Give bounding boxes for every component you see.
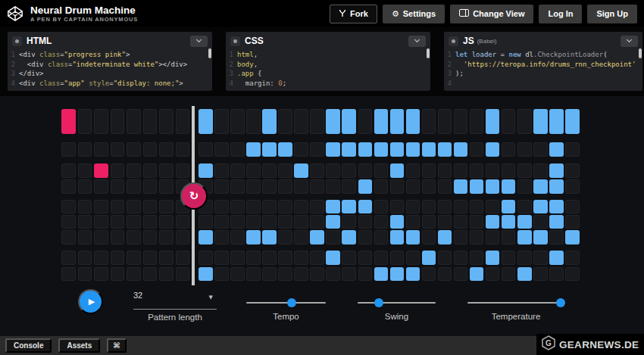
grid-cell-r3-c7[interactable] [159, 163, 174, 178]
grid-cell-r1-c24[interactable] [438, 109, 452, 134]
dropdown-caret-icon[interactable]: ▼ [209, 294, 213, 301]
editor-settings-icon[interactable] [449, 36, 458, 46]
grid-cell-r8-c21[interactable] [390, 251, 405, 265]
grid-cell-r8-c2[interactable] [78, 251, 92, 265]
grid-cell-r1-c25[interactable] [454, 109, 468, 134]
grid-cell-r9-c8[interactable] [176, 267, 190, 281]
grid-cell-r7-c9[interactable] [199, 230, 213, 244]
grid-cell-r6-c27[interactable] [486, 215, 500, 229]
grid-cell-r8-c13[interactable] [262, 251, 277, 265]
grid-cell-r7-c29[interactable] [517, 230, 532, 244]
grid-cell-r8-c31[interactable] [549, 251, 564, 265]
html-code-area[interactable]: 1234 <div class="progress pink"> <div cl… [8, 48, 212, 88]
code-line[interactable]: <div class="indeterminate white"></div> [19, 60, 187, 70]
grid-cell-r5-c7[interactable] [159, 200, 174, 213]
grid-cell-r7-c7[interactable] [159, 230, 174, 244]
grid-cell-r3-c11[interactable] [230, 163, 245, 178]
slider-thumb[interactable] [287, 298, 296, 307]
grid-cell-r9-c29[interactable] [517, 267, 532, 281]
change-view-button[interactable]: Change View [450, 5, 533, 23]
grid-cell-r9-c11[interactable] [230, 267, 245, 281]
grid-cell-r5-c13[interactable] [262, 200, 277, 213]
grid-cell-r1-c32[interactable] [565, 109, 580, 134]
grid-cell-r6-c26[interactable] [470, 215, 484, 229]
grid-cell-r7-c30[interactable] [533, 230, 548, 244]
grid-cell-r8-c29[interactable] [517, 251, 532, 265]
editor-settings-icon[interactable] [12, 36, 22, 46]
grid-cell-r3-c25[interactable] [454, 163, 468, 178]
grid-cell-r4-c31[interactable] [549, 179, 564, 194]
grid-cell-r3-c20[interactable] [374, 163, 389, 178]
code-lines[interactable]: let loader = new dl.CheckpointLoader( 'h… [455, 50, 636, 88]
grid-cell-r4-c27[interactable] [486, 179, 500, 194]
grid-cell-r6-c7[interactable] [159, 215, 174, 229]
grid-cell-r8-c32[interactable] [565, 251, 580, 265]
grid-cell-r4-c15[interactable] [294, 179, 308, 194]
editor-settings-icon[interactable] [230, 36, 240, 46]
grid-cell-r3-c23[interactable] [422, 163, 436, 178]
grid-cell-r1-c7[interactable] [159, 109, 174, 134]
grid-cell-r8-c14[interactable] [278, 251, 292, 265]
grid-cell-r9-c10[interactable] [214, 267, 229, 281]
grid-cell-r9-c30[interactable] [533, 267, 548, 281]
grid-cell-r4-c29[interactable] [517, 179, 532, 194]
slider-track[interactable] [246, 302, 326, 304]
grid-cell-r1-c20[interactable] [374, 109, 389, 134]
grid-cell-r2-c22[interactable] [406, 142, 420, 157]
grid-cell-r7-c1[interactable] [61, 230, 76, 244]
grid-cell-r6-c32[interactable] [565, 215, 580, 229]
grid-cell-r8-c16[interactable] [310, 251, 324, 265]
grid-cell-r7-c3[interactable] [94, 230, 108, 244]
grid-cell-r5-c22[interactable] [406, 200, 420, 213]
code-line[interactable]: ); [455, 69, 636, 79]
grid-cell-r1-c29[interactable] [517, 109, 532, 134]
grid-cell-r1-c4[interactable] [111, 109, 125, 134]
grid-cell-r5-c6[interactable] [143, 200, 158, 213]
grid-cell-r3-c21[interactable] [390, 163, 405, 178]
grid-cell-r3-c18[interactable] [342, 163, 356, 178]
grid-cell-r9-c12[interactable] [246, 267, 261, 281]
grid-cell-r9-c6[interactable] [143, 267, 158, 281]
grid-cell-r2-c14[interactable] [278, 142, 292, 157]
grid-cell-r7-c20[interactable] [374, 230, 389, 244]
grid-cell-r4-c23[interactable] [422, 179, 436, 194]
grid-cell-r9-c4[interactable] [111, 267, 125, 281]
grid-cell-r2-c6[interactable] [143, 142, 158, 157]
grid-cell-r2-c24[interactable] [438, 142, 452, 157]
grid-cell-r7-c13[interactable] [262, 230, 277, 244]
grid-cell-r5-c32[interactable] [565, 200, 580, 213]
grid-cell-r1-c6[interactable] [143, 109, 158, 134]
slider-thumb[interactable] [374, 298, 383, 307]
grid-cell-r6-c19[interactable] [358, 215, 373, 229]
grid-cell-r1-c15[interactable] [294, 109, 308, 134]
grid-cell-r8-c30[interactable] [533, 251, 548, 265]
grid-cell-r7-c4[interactable] [111, 230, 125, 244]
grid-cell-r1-c5[interactable] [127, 109, 141, 134]
grid-cell-r4-c21[interactable] [390, 179, 405, 194]
grid-cell-r1-c9[interactable] [199, 109, 213, 134]
grid-cell-r3-c2[interactable] [78, 163, 92, 178]
grid-cell-r6-c5[interactable] [127, 215, 141, 229]
grid-cell-r8-c18[interactable] [342, 251, 356, 265]
grid-cell-r7-c26[interactable] [470, 230, 484, 244]
grid-cell-r7-c27[interactable] [486, 230, 500, 244]
grid-cell-r6-c18[interactable] [342, 215, 356, 229]
css-code-area[interactable]: 1234 html,body,.app { margin: 0; [226, 48, 430, 88]
grid-cell-r8-c28[interactable] [502, 251, 516, 265]
grid-cell-r6-c22[interactable] [406, 215, 420, 229]
grid-cell-r9-c19[interactable] [358, 267, 373, 281]
grid-cell-r8-c20[interactable] [374, 251, 389, 265]
grid-cell-r5-c12[interactable] [246, 200, 261, 213]
grid-cell-r1-c3[interactable] [94, 109, 108, 134]
code-line[interactable]: <div class="progress pink"> [19, 50, 187, 60]
grid-cell-r1-c17[interactable] [326, 109, 340, 134]
code-lines[interactable]: <div class="progress pink"> <div class="… [19, 50, 187, 88]
sign-up-button[interactable]: Sign Up [587, 5, 637, 23]
grid-cell-r9-c25[interactable] [454, 267, 468, 281]
code-line[interactable]: .app { [237, 69, 286, 79]
grid-cell-r5-c16[interactable] [310, 200, 324, 213]
grid-cell-r7-c16[interactable] [310, 230, 324, 244]
grid-cell-r2-c19[interactable] [358, 142, 373, 157]
grid-cell-r4-c16[interactable] [310, 179, 324, 194]
grid-cell-r3-c9[interactable] [199, 163, 213, 178]
